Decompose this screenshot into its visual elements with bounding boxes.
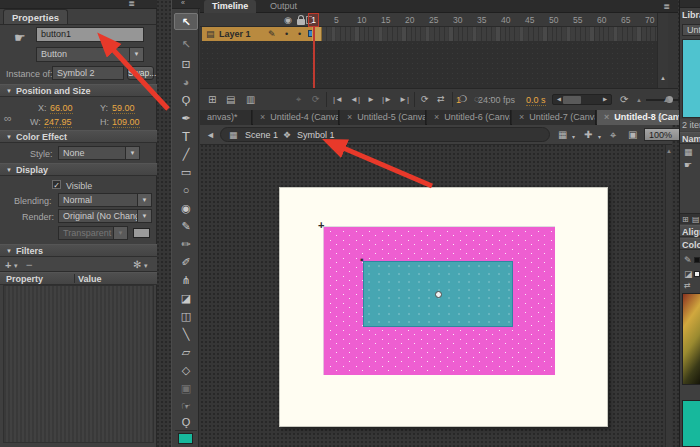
- close-tab-icon[interactable]: ×: [260, 112, 265, 122]
- width-tool[interactable]: ◇: [174, 362, 198, 379]
- brush-tool[interactable]: ✏: [174, 236, 198, 253]
- back-arrow-icon[interactable]: ◄: [206, 130, 215, 140]
- reset-timeline-zoom-icon[interactable]: ⟳: [620, 94, 628, 105]
- new-folder-icon[interactable]: ▤: [226, 94, 235, 105]
- current-frame-readout[interactable]: 1: [456, 95, 461, 105]
- h-value[interactable]: 109.00: [112, 117, 140, 128]
- playhead-line[interactable]: [313, 27, 315, 88]
- playhead-marker[interactable]: 1: [308, 13, 319, 27]
- paint-brush-tool[interactable]: ✐: [174, 254, 198, 271]
- zoom-in-mountain-icon[interactable]: ▲: [662, 93, 672, 104]
- layer-lock-dot[interactable]: •: [298, 29, 301, 39]
- bone-tool[interactable]: ⋔: [174, 272, 198, 289]
- library-name-column-header[interactable]: Name: [680, 132, 700, 144]
- tab-overflow-icon[interactable]: »: [658, 112, 664, 123]
- breadcrumb-symbol[interactable]: Symbol 1: [297, 130, 335, 140]
- timeline-frame-ruler[interactable]: 5 10 15 20 25 30 35 40 45 50 55 60 65 70: [312, 13, 657, 27]
- document-tab-untitled-5[interactable]: ×Untitled-5 (Canvas)*: [340, 110, 426, 125]
- lasso-tool[interactable]: Ϙ: [174, 92, 198, 109]
- library-panel-gripper[interactable]: [680, 0, 700, 8]
- section-filters[interactable]: ▼Filters: [0, 244, 157, 257]
- close-tab-icon[interactable]: ×: [604, 112, 609, 122]
- edit-symbols-caret-icon[interactable]: ▾: [598, 133, 601, 140]
- hand-tool[interactable]: ☞: [174, 398, 198, 415]
- line-tool[interactable]: ╱: [174, 146, 198, 163]
- eraser-tool[interactable]: ▱: [174, 344, 198, 361]
- camera-tool[interactable]: ▣: [174, 380, 198, 397]
- color-picker-gradient[interactable]: [682, 293, 700, 385]
- style-dropdown[interactable]: None ▼: [58, 146, 140, 160]
- instance-of-field[interactable]: Symbol 2: [52, 66, 124, 80]
- close-tab-icon[interactable]: ×: [347, 112, 352, 122]
- swap-frames-icon[interactable]: ⇄: [437, 94, 445, 104]
- tab-color[interactable]: Color: [680, 238, 700, 250]
- scrollbar-thumb[interactable]: [563, 96, 581, 104]
- document-tab-untitled-7[interactable]: ×Untitled-7 (Canvas)*: [512, 110, 596, 125]
- add-filter-caret-icon[interactable]: ▾: [14, 262, 18, 270]
- fill-color-swatch-small[interactable]: [694, 271, 700, 277]
- close-tab-icon[interactable]: ×: [434, 112, 439, 122]
- timeline-panel-menu-icon[interactable]: ≣: [663, 2, 670, 11]
- remove-filter-button[interactable]: −: [26, 259, 32, 271]
- eyedropper-tool[interactable]: ╲: [174, 326, 198, 343]
- library-item-bitmap-icon[interactable]: ▦: [684, 147, 693, 157]
- tab-library[interactable]: Libra: [682, 10, 700, 22]
- subselection-tool[interactable]: ↖: [174, 36, 198, 53]
- layer-name[interactable]: Layer 1: [219, 29, 251, 39]
- section-position-and-size[interactable]: ▼Position and Size: [0, 84, 157, 97]
- zoom-tool[interactable]: Ǫ: [174, 414, 198, 431]
- pen-tool[interactable]: ✒: [174, 110, 198, 127]
- breadcrumb-scene[interactable]: Scene 1: [245, 130, 278, 140]
- w-value[interactable]: 247.95: [44, 117, 72, 128]
- instance-type-dropdown[interactable]: Button ▼: [36, 47, 144, 62]
- tab-timeline[interactable]: Timeline: [204, 0, 256, 13]
- blending-dropdown[interactable]: Normal ▼: [58, 193, 152, 207]
- free-transform-tool[interactable]: ⊡: [174, 56, 198, 73]
- play-icon[interactable]: ►: [367, 95, 375, 104]
- center-frame-icon[interactable]: ⌖: [296, 94, 301, 105]
- polystar-tool[interactable]: ◉: [174, 200, 198, 217]
- timeline-horizontal-scrollbar[interactable]: ▲ ▲: [552, 94, 612, 105]
- fill-color-bucket-icon[interactable]: ◪: [684, 269, 693, 279]
- step-forward-icon[interactable]: |►: [382, 95, 392, 104]
- center-stage-icon[interactable]: ⌖: [610, 129, 616, 142]
- rectangle-tool[interactable]: ▭: [174, 164, 198, 181]
- show-hide-layers-eye-icon[interactable]: ◉: [284, 16, 293, 25]
- step-back-icon[interactable]: ◄|: [350, 95, 360, 104]
- loop-playback-icon[interactable]: ⟳: [421, 94, 429, 104]
- tab-align[interactable]: Align: [680, 225, 700, 237]
- layer-visibility-dot[interactable]: •: [285, 29, 288, 39]
- document-tab-untitled-8-active[interactable]: ×Untitled-8 (Canvas)*: [597, 110, 685, 125]
- lock-layers-icon[interactable]: [297, 19, 305, 25]
- x-value[interactable]: 66.00: [50, 103, 73, 114]
- edit-scene-icon[interactable]: ▦: [558, 129, 567, 140]
- layer-frames-row[interactable]: [312, 27, 657, 41]
- library-new-symbol-icon[interactable]: ⊞: [682, 215, 689, 224]
- stroke-color-swatch[interactable]: [694, 257, 700, 263]
- instance-name-input[interactable]: button1: [36, 27, 144, 42]
- panel-menu-icon[interactable]: ≣: [128, 0, 135, 8]
- document-tab-partial[interactable]: anvas)*: [200, 110, 252, 125]
- add-filter-button[interactable]: +: [5, 259, 11, 271]
- visible-checkbox[interactable]: ✓: [52, 180, 61, 189]
- oval-tool[interactable]: ○: [174, 182, 198, 199]
- properties-panel-gripper[interactable]: ≣: [0, 0, 157, 9]
- document-tab-untitled-4[interactable]: ×Untitled-4 (Canvas)*: [253, 110, 339, 125]
- canvas-vertical-scrollbar[interactable]: ▲: [665, 145, 672, 447]
- document-tab-untitled-6[interactable]: ×Untitled-6 (Canvas)*: [427, 110, 511, 125]
- text-tool[interactable]: T: [174, 128, 198, 145]
- go-to-first-frame-icon[interactable]: |◄: [333, 95, 343, 104]
- delete-layer-trash-icon[interactable]: ▥: [246, 94, 255, 105]
- paint-bucket-tool[interactable]: ◪: [174, 290, 198, 307]
- filter-options-gear-icon[interactable]: ✻: [133, 259, 141, 270]
- tools-panel-gripper[interactable]: «: [172, 0, 200, 9]
- tab-output[interactable]: Output: [262, 0, 305, 13]
- pink-rectangle-shape[interactable]: ▪ +: [323, 226, 555, 375]
- elapsed-time-readout[interactable]: 0.0 s: [526, 95, 546, 106]
- new-layer-icon[interactable]: ⊞: [208, 94, 216, 105]
- section-color-effect[interactable]: ▼Color Effect: [0, 130, 157, 143]
- library-new-folder-icon[interactable]: ▤: [692, 215, 700, 224]
- edit-symbols-icon[interactable]: ✚: [584, 129, 592, 140]
- canvas-scroll-up-icon[interactable]: ▲: [666, 148, 672, 154]
- ink-bottle-tool[interactable]: ◫: [174, 308, 198, 325]
